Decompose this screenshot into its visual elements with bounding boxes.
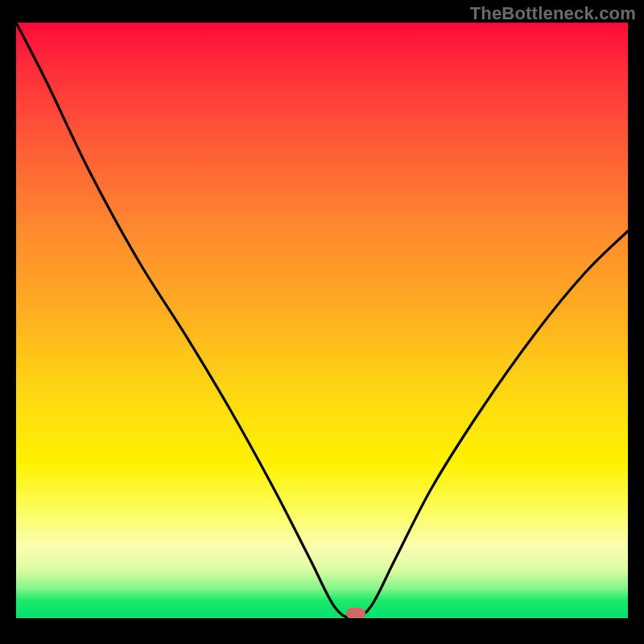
- chart-frame: TheBottleneck.com: [0, 0, 644, 644]
- bottleneck-curve: [16, 23, 628, 618]
- attribution-text: TheBottleneck.com: [470, 3, 636, 24]
- optimal-marker: [346, 608, 365, 618]
- plot-area: [16, 23, 628, 618]
- curve-layer: [16, 23, 628, 618]
